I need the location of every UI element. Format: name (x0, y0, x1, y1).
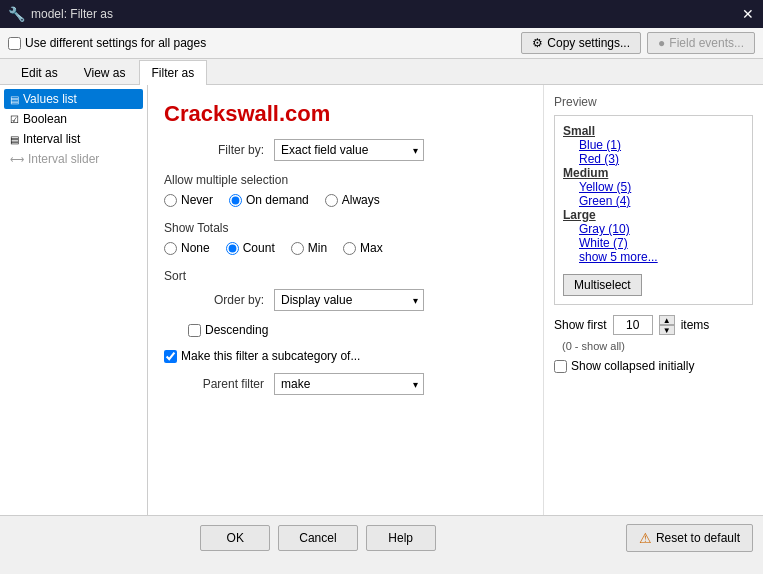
parent-filter-select[interactable]: make (274, 373, 424, 395)
always-radio[interactable] (325, 194, 338, 207)
tab-view-as[interactable]: View as (71, 60, 139, 85)
show-totals-radios: None Count Min Max (164, 241, 527, 255)
max-radio-label[interactable]: Max (343, 241, 383, 255)
filter-by-select[interactable]: Exact field value (274, 139, 424, 161)
close-button[interactable]: ✕ (741, 7, 755, 21)
tabs: Edit as View as Filter as (0, 59, 763, 85)
never-radio[interactable] (164, 194, 177, 207)
always-radio-label[interactable]: Always (325, 193, 380, 207)
different-settings-checkbox[interactable] (8, 37, 21, 50)
different-settings-label: Use different settings for all pages (25, 36, 206, 50)
never-radio-label[interactable]: Never (164, 193, 213, 207)
interval-slider-icon: ⟷ (10, 154, 24, 165)
filter-by-label: Filter by: (164, 143, 274, 157)
preview-panel: Preview Small Blue (1) Red (3) Medium Ye… (543, 85, 763, 515)
descending-checkbox-label[interactable]: Descending (188, 323, 527, 337)
help-button[interactable]: Help (366, 525, 436, 551)
min-radio[interactable] (291, 242, 304, 255)
form-area: Crackswall.com Filter by: Exact field va… (148, 85, 543, 515)
allow-multiple-section: Allow multiple selection Never On demand… (164, 173, 527, 207)
cancel-button[interactable]: Cancel (278, 525, 357, 551)
show-collapsed-checkbox-label[interactable]: Show collapsed initially (554, 359, 694, 373)
title-text: model: Filter as (31, 7, 113, 21)
spinner-up-button[interactable]: ▲ (659, 315, 675, 325)
title-icon: 🔧 (8, 6, 25, 22)
order-by-row: Order by: Display value (164, 289, 527, 311)
preview-item-gray[interactable]: Gray (10) (563, 222, 744, 236)
values-list-icon: ▤ (10, 94, 19, 105)
main-content: ▤ Values list ☑ Boolean ▤ Interval list … (0, 85, 763, 515)
min-radio-label[interactable]: Min (291, 241, 327, 255)
sidebar-item-interval-list[interactable]: ▤ Interval list (4, 129, 143, 149)
copy-settings-button[interactable]: ⚙ Copy settings... (521, 32, 641, 54)
boolean-icon: ☑ (10, 114, 19, 125)
allow-multiple-title: Allow multiple selection (164, 173, 527, 187)
preview-item-green[interactable]: Green (4) (563, 194, 744, 208)
order-by-label: Order by: (164, 293, 274, 307)
top-bar: Use different settings for all pages ⚙ C… (0, 28, 763, 59)
show-totals-section: Show Totals None Count Min (164, 221, 527, 255)
descending-checkbox[interactable] (188, 324, 201, 337)
warning-icon: ⚠ (639, 530, 652, 546)
show-first-input[interactable] (613, 315, 653, 335)
max-radio[interactable] (343, 242, 356, 255)
sort-section: Sort Order by: Display value Descending (164, 269, 527, 337)
field-events-button[interactable]: ● Field events... (647, 32, 755, 54)
spinner-down-button[interactable]: ▼ (659, 325, 675, 335)
show-first-hint: (0 - show all) (562, 340, 625, 352)
show-first-row: Show first ▲ ▼ items (554, 315, 753, 335)
preview-item-white[interactable]: White (7) (563, 236, 744, 250)
subcategory-checkbox[interactable] (164, 350, 177, 363)
settings-icon: ⚙ (532, 36, 543, 50)
show-collapsed-row: Show collapsed initially (554, 359, 753, 373)
field-events-icon: ● (658, 36, 665, 50)
sidebar-item-interval-slider: ⟷ Interval slider (4, 149, 143, 169)
on-demand-radio[interactable] (229, 194, 242, 207)
on-demand-radio-label[interactable]: On demand (229, 193, 309, 207)
sort-title: Sort (164, 269, 527, 283)
bottom-bar: OK Cancel Help ⚠ Reset to default (0, 515, 763, 559)
different-settings-checkbox-label[interactable]: Use different settings for all pages (8, 36, 206, 50)
none-radio-label[interactable]: None (164, 241, 210, 255)
show-collapsed-checkbox[interactable] (554, 360, 567, 373)
show-totals-title: Show Totals (164, 221, 527, 235)
sidebar-item-values-list[interactable]: ▤ Values list (4, 89, 143, 109)
count-radio-label[interactable]: Count (226, 241, 275, 255)
preview-size-small: Small (563, 124, 744, 138)
bottom-center-buttons: OK Cancel Help (200, 525, 435, 551)
preview-item-blue[interactable]: Blue (1) (563, 138, 744, 152)
reset-to-default-button[interactable]: ⚠ Reset to default (626, 524, 753, 552)
show-first-label: Show first (554, 318, 607, 332)
subcategory-checkbox-label[interactable]: Make this filter a subcategory of... (164, 349, 360, 363)
preview-title: Preview (554, 95, 753, 109)
subcategory-row: Make this filter a subcategory of... (164, 349, 527, 363)
interval-list-icon: ▤ (10, 134, 19, 145)
show-first-spinner: ▲ ▼ (659, 315, 675, 335)
tab-filter-as[interactable]: Filter as (139, 60, 208, 85)
preview-show-more[interactable]: show 5 more... (563, 250, 744, 264)
ok-button[interactable]: OK (200, 525, 270, 551)
preview-size-large: Large (563, 208, 744, 222)
title-bar: 🔧 model: Filter as ✕ (0, 0, 763, 28)
none-radio[interactable] (164, 242, 177, 255)
parent-filter-row: Parent filter make (164, 373, 527, 395)
show-first-unit: items (681, 318, 710, 332)
sidebar: ▤ Values list ☑ Boolean ▤ Interval list … (0, 85, 148, 515)
parent-filter-label: Parent filter (164, 377, 274, 391)
sidebar-item-boolean[interactable]: ☑ Boolean (4, 109, 143, 129)
preview-item-yellow[interactable]: Yellow (5) (563, 180, 744, 194)
multiselect-button[interactable]: Multiselect (563, 274, 642, 296)
order-by-select[interactable]: Display value (274, 289, 424, 311)
allow-multiple-radios: Never On demand Always (164, 193, 527, 207)
tab-edit-as[interactable]: Edit as (8, 60, 71, 85)
preview-size-medium: Medium (563, 166, 744, 180)
watermark: Crackswall.com (164, 101, 527, 127)
filter-by-row: Filter by: Exact field value (164, 139, 527, 161)
preview-box: Small Blue (1) Red (3) Medium Yellow (5)… (554, 115, 753, 305)
preview-item-red[interactable]: Red (3) (563, 152, 744, 166)
count-radio[interactable] (226, 242, 239, 255)
